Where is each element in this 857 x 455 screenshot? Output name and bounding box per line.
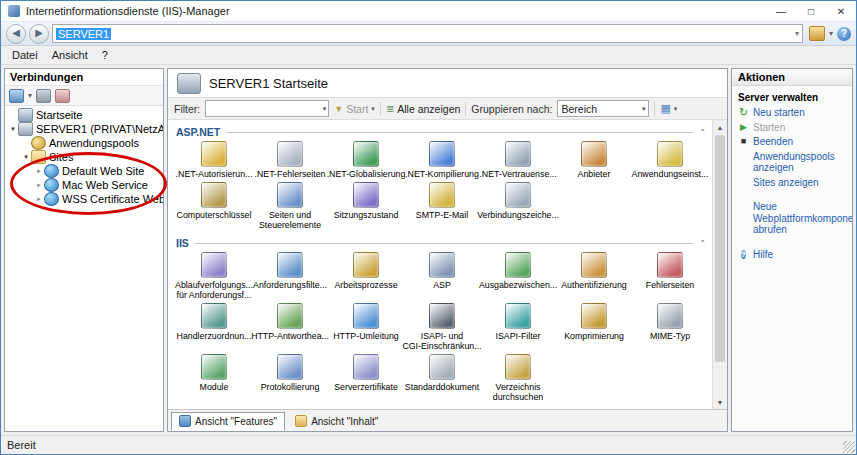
feature-item[interactable]: .NET-Fehlerseiten (252, 141, 328, 179)
minimize-button[interactable]: — (766, 1, 796, 21)
feature-item[interactable]: SMTP-E-Mail (404, 182, 480, 230)
connection-dropdown-icon[interactable]: ▾ (28, 91, 32, 100)
feature-item[interactable]: ASP (404, 252, 480, 300)
feature-item[interactable]: Serverzertifikate (328, 354, 404, 402)
tab-features-view[interactable]: Ansicht "Features" (171, 412, 285, 431)
feature-item[interactable]: Fehlerseiten (632, 252, 708, 300)
feature-item[interactable]: Ablaufverfolgungs... für Anforderungsf..… (176, 252, 252, 300)
feature-item[interactable]: Computerschlüssel (176, 182, 252, 230)
collapse-section-icon[interactable]: ⌃ (699, 128, 708, 137)
feature-item[interactable]: Authentifizierung (556, 252, 632, 300)
show-all-button[interactable]: ≣ Alle anzeigen (386, 103, 460, 115)
scroll-up-icon[interactable]: ▲ (713, 120, 727, 134)
address-dropdown-icon[interactable]: ▾ (795, 29, 799, 38)
scroll-down-icon[interactable]: ▼ (713, 395, 727, 409)
feature-item[interactable]: Verbindungszeiche... (480, 182, 556, 230)
feature-item[interactable]: ISAPI-Filter (480, 303, 556, 351)
tree-node-label: Sites (49, 151, 73, 163)
tree-node[interactable]: ▸WSS Certificate Web Service (5, 192, 163, 206)
site-icon (44, 164, 59, 178)
menu-item-datei[interactable]: Datei (5, 48, 45, 62)
pages-controls-icon (277, 182, 303, 208)
feature-item[interactable]: Anwendungseinst... (632, 141, 708, 179)
tree-expander-icon[interactable]: ▸ (34, 167, 44, 175)
http-redirect-icon (353, 303, 379, 329)
action-item[interactable]: ■Beenden (738, 136, 846, 148)
collapse-section-icon[interactable]: ⌃ (699, 239, 708, 248)
create-connection-icon[interactable] (9, 89, 24, 103)
menu-item-ansicht[interactable]: Ansicht (45, 48, 95, 62)
window-title: Internetinformationsdienste (IIS)-Manage… (26, 5, 766, 17)
grid-view-icon: ▦ (660, 102, 670, 115)
feature-item[interactable]: Handlerzuordnun... (176, 303, 252, 351)
feature-item[interactable]: Komprimierung (556, 303, 632, 351)
tree-expander-icon[interactable]: ▾ (8, 125, 18, 133)
toolbar-dropdown-icon[interactable]: ▾ (829, 29, 833, 38)
tree-node[interactable]: ▸Default Web Site (5, 164, 163, 178)
feature-item[interactable]: HTTP-Antworthea... (252, 303, 328, 351)
feature-item[interactable]: Standarddokument (404, 354, 480, 402)
feature-item[interactable]: Seiten und Steuerelemente (252, 182, 328, 230)
app-icon (8, 5, 20, 17)
feature-item[interactable]: HTTP-Umleitung (328, 303, 404, 351)
resize-grip-icon[interactable] (843, 441, 855, 453)
tree-expander-icon[interactable]: ▸ (34, 181, 44, 189)
address-bar: ◀ ▶ SERVER1 ▾ ▾ ? (1, 21, 856, 46)
action-item[interactable]: Sites anzeigen (738, 177, 846, 189)
toolbar-separator (654, 102, 655, 116)
stop-icon: ■ (738, 136, 749, 147)
request-filtering-icon (277, 252, 303, 278)
feature-item[interactable]: Anbieter (556, 141, 632, 179)
maximize-button[interactable]: □ (796, 1, 826, 21)
feature-item[interactable]: Arbeitsprozesse (328, 252, 404, 300)
feature-item[interactable]: .NET-Globalisierung (328, 141, 404, 179)
forward-icon[interactable]: ▶ (29, 24, 49, 44)
feature-item[interactable]: Ausgabezwischen... (480, 252, 556, 300)
filter-input[interactable]: ▾ (205, 100, 329, 117)
feature-label: .NET-Fehlerseiten (249, 169, 331, 179)
feature-label: ASP (401, 280, 483, 290)
tree-expander-icon[interactable]: ▾ (21, 153, 31, 161)
menu-item-?[interactable]: ? (95, 48, 115, 62)
feature-item[interactable]: .NET-Autorisierun... (176, 141, 252, 179)
vertical-scrollbar[interactable]: ▲ ▼ (712, 120, 727, 409)
tree-node[interactable]: ▸Mac Web Service (5, 178, 163, 192)
feature-item[interactable]: Module (176, 354, 252, 402)
address-field[interactable]: SERVER1 ▾ (52, 24, 803, 43)
back-icon[interactable]: ◀ (6, 24, 26, 44)
group-by-select[interactable]: Bereich ▾ (557, 100, 649, 117)
feature-item[interactable]: .NET-Kompilierung (404, 141, 480, 179)
scrollbar-thumb[interactable] (715, 135, 725, 362)
funnel-icon: ▼ (334, 104, 343, 114)
tree-node[interactable]: ▾Sites (5, 150, 163, 164)
feature-item[interactable]: MIME-Typ (632, 303, 708, 351)
view-style-button[interactable]: ▦ ▾ (660, 102, 677, 115)
help-icon[interactable]: ? (837, 27, 851, 41)
asp-icon (429, 252, 455, 278)
feature-label: MIME-Typ (629, 331, 711, 341)
tree-node[interactable]: Anwendungspools (5, 136, 163, 150)
feature-item[interactable]: Verzeichnis durchsuchen (480, 354, 556, 402)
filter-start-button[interactable]: ▼ Start ▾ (334, 103, 375, 115)
tree-expander-icon[interactable]: ▸ (34, 195, 44, 203)
feature-label: HTTP-Antworthea... (249, 331, 331, 341)
action-item[interactable]: Anwendungspools anzeigen (738, 151, 846, 174)
action-item[interactable]: Neue Webplattformkomponenten abrufen (738, 201, 846, 236)
webpi-toolbar-icon[interactable] (809, 26, 825, 41)
feature-item[interactable]: ISAPI- und CGI-Einschränkun... (404, 303, 480, 351)
feature-item[interactable]: Sitzungszustand (328, 182, 404, 230)
action-item[interactable]: ?Hilfe (738, 249, 846, 261)
feature-item[interactable]: Protokollierung (252, 354, 328, 402)
connection-strings-icon (505, 182, 531, 208)
feature-label: Komprimierung (553, 331, 635, 341)
save-connection-icon[interactable] (36, 89, 51, 103)
tree-node[interactable]: ▾SERVER1 (PRIVAT\NetzAdmin) (5, 122, 163, 136)
feature-item[interactable]: .NET-Vertrauense... (480, 141, 556, 179)
delete-connection-icon[interactable] (55, 89, 70, 103)
tree-node[interactable]: Startseite (5, 108, 163, 122)
close-button[interactable]: ✕ (826, 1, 856, 21)
tab-content-view[interactable]: Ansicht "Inhalt" (287, 412, 386, 431)
action-item[interactable]: ↻Neu starten (738, 107, 846, 119)
filter-dropdown-icon[interactable]: ▾ (323, 105, 327, 113)
feature-item[interactable]: Anforderungsfilte... (252, 252, 328, 300)
